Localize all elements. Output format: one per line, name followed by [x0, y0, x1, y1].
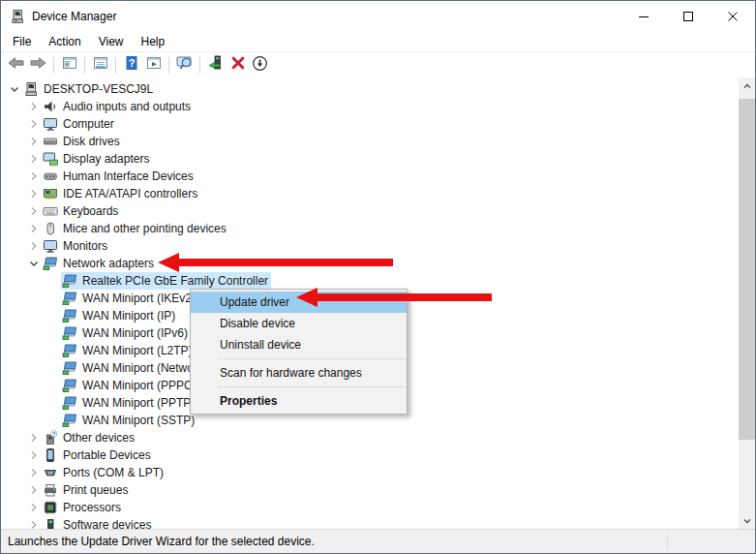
tree-item-ide-ata-atapi-controllers[interactable]: IDE ATA/ATAPI controllers — [1, 185, 739, 202]
tree-item-body[interactable]: Computer — [42, 115, 117, 133]
tree-item-body[interactable]: DESKTOP-VESCJ9L — [22, 80, 156, 98]
tree-item-body[interactable]: ?Other devices — [42, 429, 137, 446]
scrollbar-thumb[interactable] — [739, 99, 755, 440]
tree-item-body[interactable]: Realtek PCIe GbE Family Controller — [61, 272, 271, 290]
tree-item-body[interactable]: Disk drives — [42, 133, 123, 150]
show-console-tree-button[interactable] — [58, 54, 80, 77]
chevron-collapsed-icon[interactable] — [26, 238, 42, 254]
tree-item-label[interactable]: IDE ATA/ATAPI controllers — [63, 187, 197, 200]
chevron-collapsed-icon[interactable] — [26, 430, 42, 446]
chevron-collapsed-icon[interactable] — [26, 134, 42, 149]
menu-item-disable-device[interactable]: Disable device — [191, 313, 407, 334]
chevron-collapsed-icon[interactable] — [26, 221, 42, 236]
tree-item-label[interactable]: Human Interface Devices — [63, 169, 194, 183]
scroll-up-button[interactable] — [739, 77, 755, 94]
tree-item-label[interactable]: Display adapters — [63, 152, 149, 166]
tree-item-label[interactable]: Realtek PCIe GbE Family Controller — [82, 274, 268, 288]
menu-item-update-driver[interactable]: Update driver — [191, 292, 407, 313]
menu-item-uninstall-device[interactable]: Uninstall device — [191, 334, 407, 355]
tree-item-label[interactable]: Ports (COM & LPT) — [63, 466, 164, 479]
menu-item-properties[interactable]: Properties — [191, 390, 407, 412]
chevron-expanded-icon[interactable] — [26, 256, 42, 271]
tree-item-label[interactable]: Portable Devices — [63, 448, 151, 462]
tree-item-label[interactable]: Print queues — [63, 483, 128, 497]
tree-item-monitors[interactable]: Monitors — [1, 237, 739, 255]
tree-item-label[interactable]: WAN Miniport (IKEv2) — [82, 292, 196, 305]
tree-item-body[interactable]: WAN Miniport (PPPOE) — [61, 377, 207, 394]
tree-item-label[interactable]: DESKTOP-VESCJ9L — [44, 82, 153, 96]
tree-item-label[interactable]: WAN Miniport (SSTP) — [82, 414, 195, 427]
tree-item-computer[interactable]: Computer — [1, 115, 739, 133]
tree-item-label[interactable]: WAN Miniport (PPPOE) — [82, 379, 204, 392]
chevron-collapsed-icon[interactable] — [26, 186, 42, 201]
tree-item-label[interactable]: WAN Miniport (PPTP) — [82, 396, 195, 410]
forward-button[interactable] — [27, 54, 49, 77]
update-driver-button[interactable] — [204, 54, 227, 77]
tree-item-label[interactable]: Monitors — [63, 239, 107, 253]
menubar-item-view[interactable]: View — [90, 33, 133, 50]
chevron-collapsed-icon[interactable] — [26, 517, 42, 529]
vertical-scrollbar[interactable] — [739, 77, 755, 529]
properties-button[interactable] — [89, 54, 111, 77]
tree-item-label[interactable]: WAN Miniport (L2TP) — [82, 344, 193, 357]
tree-item-disk-drives[interactable]: Disk drives — [1, 133, 739, 150]
chevron-collapsed-icon[interactable] — [26, 169, 42, 184]
tree-item-body[interactable]: WAN Miniport (PPTP) — [61, 394, 197, 412]
chevron-collapsed-icon[interactable] — [26, 151, 42, 167]
tree-item-mice-and-other-pointing-devices[interactable]: Mice and other pointing devices — [1, 220, 739, 237]
scroll-down-button[interactable] — [739, 512, 755, 529]
chevron-collapsed-icon[interactable] — [26, 482, 42, 498]
tree-item-body[interactable]: Software devices — [42, 516, 154, 529]
tree-item-body[interactable]: Mice and other pointing devices — [42, 220, 229, 237]
help-button[interactable]: ? — [120, 54, 142, 77]
tree-item-ports-com-lpt[interactable]: Ports (COM & LPT) — [1, 464, 739, 481]
tree-item-label[interactable]: Network adapters — [63, 257, 154, 270]
chevron-collapsed-icon[interactable] — [26, 500, 42, 515]
tree-item-body[interactable]: IDE ATA/ATAPI controllers — [42, 185, 200, 202]
tree-item-display-adapters[interactable]: Display adapters — [1, 150, 739, 168]
menubar-item-file[interactable]: File — [4, 33, 40, 50]
chevron-collapsed-icon[interactable] — [26, 116, 42, 132]
menubar-item-action[interactable]: Action — [40, 33, 89, 50]
tree-item-body[interactable]: WAN Miniport (SSTP) — [61, 412, 197, 429]
tree-item-body[interactable]: Print queues — [42, 481, 131, 499]
tree-item-label[interactable]: Computer — [63, 117, 114, 131]
chevron-expanded-icon[interactable] — [7, 81, 22, 97]
menubar-item-help[interactable]: Help — [133, 33, 174, 50]
tree-item-body[interactable]: WAN Miniport (L2TP) — [61, 342, 196, 359]
tree-item-other-devices[interactable]: ?Other devices — [1, 429, 739, 446]
tree-item-label[interactable]: Audio inputs and outputs — [63, 100, 191, 113]
tree-item-realtek-pcie-gbe-family-controller[interactable]: Realtek PCIe GbE Family Controller — [1, 272, 739, 290]
tree-item-software-devices[interactable]: Software devices — [1, 516, 739, 529]
tree-item-body[interactable]: Monitors — [42, 237, 110, 255]
tree-item-label[interactable]: Keyboards — [63, 204, 118, 218]
tree-item-body[interactable]: WAN Miniport (IPv6) — [61, 324, 191, 342]
tree-item-label[interactable]: Other devices — [63, 431, 135, 445]
tree-item-body[interactable]: Network adapters — [42, 255, 157, 272]
chevron-collapsed-icon[interactable] — [26, 203, 42, 219]
tree-item-body[interactable]: Display adapters — [42, 150, 152, 168]
tree-item-processors[interactable]: Processors — [1, 499, 739, 516]
chevron-collapsed-icon[interactable] — [26, 447, 42, 463]
minimize-button[interactable] — [621, 1, 666, 31]
tree-item-label[interactable]: WAN Miniport (IPv6) — [82, 326, 188, 340]
tree-item-label[interactable]: Software devices — [63, 518, 151, 529]
tree-item-audio-inputs-and-outputs[interactable]: Audio inputs and outputs — [1, 98, 739, 115]
tree-item-label[interactable]: Processors — [63, 501, 121, 514]
show-action-pane-button[interactable] — [142, 54, 165, 77]
tree-item-body[interactable]: Processors — [42, 499, 124, 516]
disable-device-button[interactable] — [249, 54, 271, 77]
tree-item-body[interactable]: Ports (COM & LPT) — [42, 464, 166, 481]
tree-item-label[interactable]: Mice and other pointing devices — [63, 222, 227, 235]
tree-item-keyboards[interactable]: Keyboards — [1, 202, 739, 220]
scan-hardware-changes-button[interactable] — [173, 54, 196, 77]
tree-item-body[interactable]: WAN Miniport (IKEv2) — [61, 290, 198, 307]
tree-item-desktop-vescj9l[interactable]: DESKTOP-VESCJ9L — [1, 80, 739, 98]
tree-item-body[interactable]: Audio inputs and outputs — [42, 98, 194, 115]
menu-item-scan-for-hardware-changes[interactable]: Scan for hardware changes — [191, 362, 407, 384]
tree-item-body[interactable]: Portable Devices — [42, 446, 154, 464]
tree-item-human-interface-devices[interactable]: Human Interface Devices — [1, 168, 739, 185]
tree-item-network-adapters[interactable]: Network adapters — [1, 255, 739, 272]
maximize-button[interactable] — [666, 1, 711, 31]
tree-item-print-queues[interactable]: Print queues — [1, 481, 739, 499]
